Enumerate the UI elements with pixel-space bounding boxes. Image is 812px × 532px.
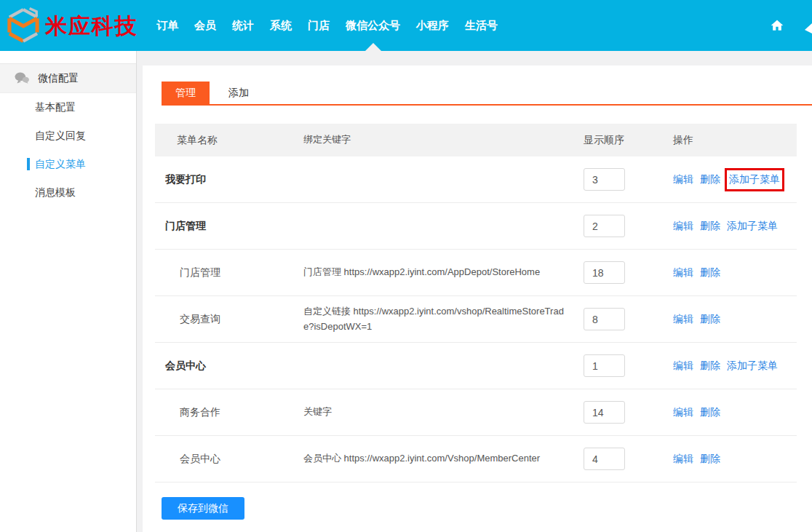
nav-item-orders[interactable]: 订单 xyxy=(156,19,178,33)
content-card: 管理 添加 菜单名称 绑定关键字 显示顺序 操作 我要打印 编辑 删除 添加子菜… xyxy=(143,65,812,532)
add-submenu-link[interactable]: 添加子菜单 xyxy=(727,220,778,233)
sidebar-spacer xyxy=(0,51,136,64)
edit-link[interactable]: 编辑 xyxy=(673,453,693,466)
wechat-icon xyxy=(15,72,29,84)
nav-item-mini-program[interactable]: 小程序 xyxy=(416,19,449,33)
nav-item-members[interactable]: 会员 xyxy=(194,19,216,33)
table-row: 会员中心 会员中心 https://wxapp2.iyint.com/Vshop… xyxy=(155,436,797,483)
sidebar-section-wechat-config[interactable]: 微信配置 xyxy=(0,64,136,93)
sidebar-item-label: 基本配置 xyxy=(35,101,76,114)
menu-keyword: 关键字 xyxy=(303,405,584,419)
edge-partial-icon[interactable] xyxy=(805,23,812,33)
table-row: 门店管理 编辑 删除 添加子菜单 xyxy=(155,203,797,250)
top-header: 米应科技 订单 会员 统计 系统 门店 微信公众号 小程序 生活号 xyxy=(0,0,812,51)
order-input[interactable] xyxy=(584,401,625,424)
edit-link[interactable]: 编辑 xyxy=(673,360,693,373)
menu-name: 商务合作 xyxy=(155,406,303,419)
active-indicator-bar xyxy=(27,158,30,170)
nav-item-stores[interactable]: 门店 xyxy=(308,19,330,33)
tab-manage[interactable]: 管理 xyxy=(162,82,210,104)
sidebar-item-basic-config[interactable]: 基本配置 xyxy=(0,93,136,122)
delete-link[interactable]: 删除 xyxy=(700,406,720,419)
edit-link[interactable]: 编辑 xyxy=(673,266,693,279)
delete-link[interactable]: 删除 xyxy=(700,220,720,233)
menu-table: 菜单名称 绑定关键字 显示顺序 操作 我要打印 编辑 删除 添加子菜单 门店管理… xyxy=(155,124,797,483)
col-header-actions: 操作 xyxy=(673,134,797,147)
nav-item-wechat-official[interactable]: 微信公众号 xyxy=(346,19,400,33)
add-submenu-link[interactable]: 添加子菜单 xyxy=(727,360,778,373)
sidebar-item-label: 消息模板 xyxy=(35,186,76,199)
table-header-row: 菜单名称 绑定关键字 显示顺序 操作 xyxy=(155,124,797,156)
brand-title: 米应科技 xyxy=(45,12,138,41)
sidebar-item-label: 自定义回复 xyxy=(35,130,86,143)
table-row: 商务合作 关键字 编辑 删除 xyxy=(155,389,797,436)
edit-link[interactable]: 编辑 xyxy=(673,406,693,419)
menu-name: 会员中心 xyxy=(155,360,303,373)
menu-name: 门店管理 xyxy=(155,266,303,279)
red-annotation-box: 添加子菜单 xyxy=(725,168,784,191)
edit-link[interactable]: 编辑 xyxy=(673,220,693,233)
order-input[interactable] xyxy=(584,168,625,191)
menu-name: 会员中心 xyxy=(155,453,303,466)
table-row: 我要打印 编辑 删除 添加子菜单 xyxy=(155,156,797,203)
edit-link[interactable]: 编辑 xyxy=(673,173,693,186)
menu-name: 交易查询 xyxy=(155,313,303,326)
menu-keyword: 门店管理 https://wxapp2.iyint.com/AppDepot/S… xyxy=(303,265,584,279)
sidebar-item-custom-menu[interactable]: 自定义菜单 xyxy=(0,150,136,178)
active-nav-arrow xyxy=(365,43,381,51)
nav-item-system[interactable]: 系统 xyxy=(270,19,292,33)
menu-name: 我要打印 xyxy=(155,173,303,186)
brand-logo-icon xyxy=(4,6,42,44)
delete-link[interactable]: 删除 xyxy=(700,266,720,279)
order-input[interactable] xyxy=(584,308,625,330)
edit-link[interactable]: 编辑 xyxy=(673,313,693,326)
delete-link[interactable]: 删除 xyxy=(700,173,720,186)
col-header-keyword: 绑定关键字 xyxy=(303,132,584,147)
nav-item-statistics[interactable]: 统计 xyxy=(232,19,254,33)
col-header-menu-name: 菜单名称 xyxy=(155,134,303,147)
table-row: 交易查询 自定义链接 https://wxapp2.iyint.com/vsho… xyxy=(155,296,797,343)
delete-link[interactable]: 删除 xyxy=(700,360,720,373)
tab-add[interactable]: 添加 xyxy=(210,82,268,104)
nav-item-life-account[interactable]: 生活号 xyxy=(465,19,498,33)
add-submenu-link[interactable]: 添加子菜单 xyxy=(729,173,780,185)
menu-keyword: 会员中心 https://wxapp2.iyint.com/Vshop/Memb… xyxy=(303,451,584,466)
delete-link[interactable]: 删除 xyxy=(700,313,720,326)
table-row: 门店管理 门店管理 https://wxapp2.iyint.com/AppDe… xyxy=(155,250,797,296)
order-input[interactable] xyxy=(584,354,625,377)
sidebar-item-custom-reply[interactable]: 自定义回复 xyxy=(0,122,136,150)
home-icon[interactable] xyxy=(770,18,784,33)
menu-name: 门店管理 xyxy=(155,220,303,233)
save-to-wechat-button[interactable]: 保存到微信 xyxy=(162,497,244,520)
sidebar-item-message-template[interactable]: 消息模板 xyxy=(0,178,136,207)
sidebar-section-label: 微信配置 xyxy=(38,72,79,85)
top-nav: 订单 会员 统计 系统 门店 微信公众号 小程序 生活号 xyxy=(156,0,498,51)
tab-bar: 管理 添加 xyxy=(162,82,812,106)
order-input[interactable] xyxy=(584,215,625,237)
sidebar: 微信配置 基本配置 自定义回复 自定义菜单 消息模板 xyxy=(0,51,137,532)
order-input[interactable] xyxy=(584,448,625,470)
delete-link[interactable]: 删除 xyxy=(700,453,720,466)
table-row: 会员中心 编辑 删除 添加子菜单 xyxy=(155,343,797,389)
sidebar-item-label: 自定义菜单 xyxy=(35,158,86,171)
col-header-sort-order: 显示顺序 xyxy=(584,134,673,147)
menu-keyword: 自定义链接 https://wxapp2.iyint.com/vshop/Rea… xyxy=(303,304,584,333)
order-input[interactable] xyxy=(584,261,625,284)
